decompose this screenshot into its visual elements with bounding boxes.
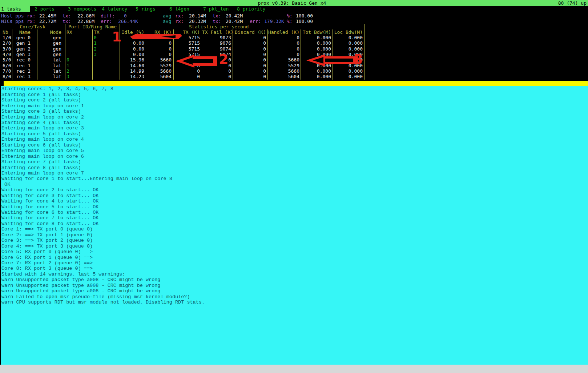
column-header-handled: Handled (K) bbox=[268, 29, 301, 35]
cell-handled: 0 bbox=[268, 35, 301, 40]
stat-segment: tx: bbox=[213, 13, 221, 19]
cell-loc: 0.000 bbox=[333, 35, 365, 40]
stat-segment: rx: bbox=[27, 13, 35, 19]
table-row: 5/0rec 0lat015.96566000056600.0000.000 bbox=[0, 57, 365, 63]
cursor-block bbox=[0, 81, 4, 86]
stat-segment: %: bbox=[287, 13, 293, 19]
log-line: warn Unsupported packet type a008 - CRC … bbox=[1, 288, 588, 294]
table-row: 4/0gen 3gen30.00057159074000.0000.000 bbox=[0, 52, 365, 57]
tab-3-mempools[interactable]: 3 mempools bbox=[68, 6, 96, 12]
cell-txk: 5715 bbox=[174, 52, 202, 57]
cell-rx bbox=[65, 35, 93, 40]
cell-mode: gen bbox=[37, 35, 65, 40]
stat-segment: diff: bbox=[101, 13, 115, 19]
cell-rx bbox=[65, 46, 93, 52]
stat-segment: 0 bbox=[124, 13, 127, 19]
log-line: Core 3: ==> TX port 2 (queue 0) bbox=[1, 238, 588, 243]
tab-7-pkt_len[interactable]: 7 pkt_len bbox=[203, 6, 229, 12]
log-line: Entering main loop on core 7 bbox=[1, 171, 588, 176]
cell-mode: lat bbox=[37, 57, 65, 63]
cell-rxk: 0 bbox=[147, 52, 174, 57]
cell-handled: 0 bbox=[268, 52, 301, 57]
stat-segment: rx: bbox=[27, 19, 35, 24]
cell-discard: 0 bbox=[233, 46, 268, 52]
log-line: Starting core 5 (all tasks) bbox=[1, 131, 588, 137]
log-line: warn Unsupported packet type a008 - CRC … bbox=[1, 277, 588, 282]
cell-nb: 6/0 bbox=[0, 63, 12, 68]
cell-loc: 0.000 bbox=[333, 52, 365, 57]
cell-txk: 5715 bbox=[174, 35, 202, 40]
cell-name: rec 0 bbox=[12, 57, 37, 63]
log-line: Entering main loop on core 4 bbox=[1, 137, 588, 142]
group-header: Statistics per second bbox=[120, 24, 365, 29]
stat-segment: 100.00 bbox=[296, 13, 313, 19]
column-header-rxk: RX (K) bbox=[147, 29, 174, 35]
tab-2-ports[interactable]: 2 ports bbox=[35, 6, 55, 12]
table-row: 2/0gen 1gen10.00057159076000.0000.000 bbox=[0, 40, 365, 46]
screen-tab-bar: 1 tasks2 ports3 mempools4 latency5 rings… bbox=[0, 6, 588, 12]
table-row: 3/0gen 2gen20.00057159074000.0000.000 bbox=[0, 46, 365, 52]
cell-rx bbox=[65, 40, 93, 46]
log-line: Waiting for core 2 to start... OK bbox=[1, 187, 588, 193]
log-line: warn Unsupported packet type a008 - CRC … bbox=[1, 283, 588, 288]
cell-tx bbox=[93, 68, 120, 74]
stat-segment: rx: bbox=[175, 13, 184, 19]
tab-5-rings[interactable]: 5 rings bbox=[136, 6, 156, 12]
tab-4-latency[interactable]: 4 latency bbox=[102, 6, 127, 12]
stat-segment: 20.32M bbox=[189, 19, 206, 24]
stat-segment: 20.42M bbox=[226, 13, 243, 19]
cell-txfail: 9074 bbox=[202, 46, 233, 52]
cell-idle: 0.00 bbox=[120, 35, 147, 40]
cell-rx: 1 bbox=[65, 63, 93, 68]
cell-discard: 0 bbox=[233, 52, 268, 57]
cell-tx: 3 bbox=[93, 52, 120, 57]
cell-tx: 2 bbox=[93, 46, 120, 52]
cell-tx: 1 bbox=[93, 40, 120, 46]
cell-name: rec 1 bbox=[12, 63, 37, 68]
cell-mode: gen bbox=[37, 46, 65, 52]
cell-nb: 7/0 bbox=[0, 68, 12, 74]
cell-nb: 4/0 bbox=[0, 52, 12, 57]
cell-name: gen 2 bbox=[12, 46, 37, 52]
log-line: Core 6: RX port 1 (queue 0) ==> bbox=[1, 255, 588, 260]
log-highlight-bar bbox=[0, 81, 588, 86]
tab-1-tasks[interactable]: 1 tasks bbox=[0, 6, 30, 12]
stat-segment: 179.32K bbox=[264, 19, 284, 24]
log-line: Waiting for core 4 to start... OK bbox=[1, 198, 588, 204]
cell-tot: 0.000 bbox=[301, 40, 333, 46]
cell-rx: 2 bbox=[65, 68, 93, 74]
cell-txfail: 9073 bbox=[202, 35, 233, 40]
cell-txfail: 0 bbox=[202, 57, 233, 63]
log-line: Core 1: ==> TX port 0 (queue 0) bbox=[1, 226, 588, 232]
stat-segment: 22.72M bbox=[39, 19, 56, 24]
cell-txfail: 0 bbox=[202, 74, 233, 79]
log-line: Core 4: ==> TX port 3 (queue 0) bbox=[1, 244, 588, 249]
cell-handled: 0 bbox=[268, 46, 301, 52]
cell-rx bbox=[65, 52, 93, 57]
cell-loc: 0.000 bbox=[333, 40, 365, 46]
log-line: Started with 14 warnings, last 5 warning… bbox=[1, 272, 588, 277]
cell-discard: 0 bbox=[233, 74, 268, 79]
tab-8-priority[interactable]: 8 priority bbox=[237, 6, 265, 12]
log-line: Entering main loop on core 2 bbox=[1, 115, 588, 120]
cell-rx: 0 bbox=[65, 57, 93, 63]
column-header-tx: TX bbox=[93, 29, 120, 35]
cell-txk: 0 bbox=[174, 74, 202, 79]
cell-nb: 3/0 bbox=[0, 46, 12, 52]
log-line: Starting core 3 (all tasks) bbox=[1, 109, 588, 114]
log-line: Entering main loop on core 1 bbox=[1, 103, 588, 109]
nics-pps-stat-line: NICs ppsrx:22.72Mtx:22.86Merr:266.44Kavg… bbox=[0, 19, 588, 24]
stat-segment: Host pps bbox=[1, 13, 24, 19]
log-line: Waiting for core 7 to start... OK bbox=[1, 215, 588, 221]
cell-name: rec 3 bbox=[12, 74, 37, 79]
cell-idle: 15.96 bbox=[120, 57, 147, 63]
cell-txfail: 0 bbox=[202, 63, 233, 68]
table-row: 6/0rec 1lat114.60552900055290.0000.000 bbox=[0, 63, 365, 68]
column-header-tot: Tot Bdw(M) bbox=[301, 29, 333, 35]
tab-6-l4gen[interactable]: 6 l4gen bbox=[169, 6, 189, 12]
cell-rxk: 5604 bbox=[147, 74, 174, 79]
cell-tx bbox=[93, 63, 120, 68]
cell-tx: 0 bbox=[93, 35, 120, 40]
stat-segment: avg bbox=[163, 13, 171, 19]
log-line: Entering main loop on core 6 bbox=[1, 154, 588, 159]
